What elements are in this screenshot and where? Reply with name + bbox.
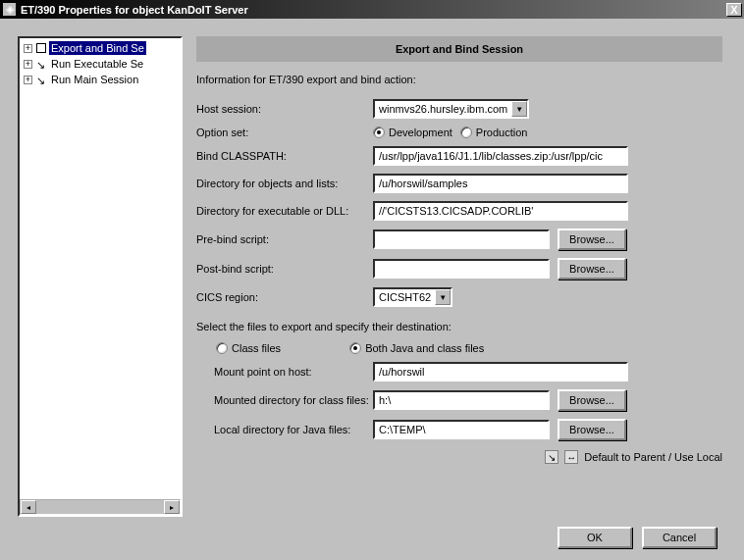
ok-button[interactable]: OK xyxy=(558,527,632,548)
mount-point-input[interactable]: /u/horswil xyxy=(373,362,628,382)
file-type-both[interactable]: Both Java and class files xyxy=(349,342,484,354)
file-type-class[interactable]: Class files xyxy=(216,342,281,354)
parent-icon: ↘ xyxy=(545,450,558,464)
dir-exec-input[interactable]: //'CICSTS13.CICSADP.CORLIB' xyxy=(373,201,628,221)
mounted-dir-label: Mounted directory for class files: xyxy=(196,394,373,406)
close-button[interactable]: X xyxy=(726,3,742,17)
chevron-down-icon[interactable]: ▼ xyxy=(435,289,451,305)
scroll-left-button[interactable]: ◂ xyxy=(21,500,36,514)
expand-icon[interactable]: + xyxy=(24,76,32,84)
cancel-button[interactable]: Cancel xyxy=(642,527,717,548)
radio-icon xyxy=(216,342,228,354)
post-bind-input[interactable] xyxy=(373,259,550,279)
post-bind-label: Post-bind script: xyxy=(196,263,373,275)
properties-pane: Export and Bind Session Information for … xyxy=(196,36,726,517)
post-bind-browse-button[interactable]: Browse... xyxy=(558,258,626,280)
app-icon: ◈ xyxy=(2,2,17,17)
tree-scrollbar: ◂ ▸ xyxy=(20,499,181,515)
host-session-label: Host session: xyxy=(196,103,373,115)
info-text: Information for ET/390 export and bind a… xyxy=(196,74,722,85)
expand-icon[interactable]: + xyxy=(24,60,32,69)
default-parent-label: Default to Parent / Use Local xyxy=(584,451,722,463)
mounted-dir-browse-button[interactable]: Browse... xyxy=(558,389,626,411)
scroll-right-button[interactable]: ▸ xyxy=(164,500,180,514)
default-parent-line: ↘ ↔ Default to Parent / Use Local xyxy=(196,450,722,464)
tree-item-export-bind[interactable]: + Export and Bind Se xyxy=(22,40,179,56)
local-dir-label: Local directory for Java files: xyxy=(196,424,373,435)
tree-panel: + Export and Bind Se + ↘ Run Executable … xyxy=(18,36,183,517)
mounted-dir-input[interactable]: h:\ xyxy=(373,390,550,410)
bind-classpath-input[interactable]: /usr/lpp/java116/J1.1/lib/classes.zip:/u… xyxy=(373,146,628,166)
dropdown-value: CICSHT62 xyxy=(375,291,435,303)
radio-icon xyxy=(373,127,385,138)
local-icon: ↔ xyxy=(564,450,578,464)
radio-label: Development xyxy=(389,127,452,138)
local-dir-browse-button[interactable]: Browse... xyxy=(558,419,626,440)
mount-point-label: Mount point on host: xyxy=(196,366,373,378)
tree-item-label: Run Executable Se xyxy=(49,57,145,71)
local-dir-input[interactable]: C:\TEMP\ xyxy=(373,420,550,439)
host-session-dropdown[interactable]: winmvs26.hursley.ibm.com ▼ xyxy=(373,99,529,119)
radio-icon xyxy=(460,127,472,138)
title-bar: ◈ ET/390 Properties for object KanDoIT S… xyxy=(0,0,744,19)
files-prompt: Select the files to export and specify t… xyxy=(196,321,722,332)
pre-bind-input[interactable] xyxy=(373,229,550,249)
option-set-production[interactable]: Production xyxy=(460,127,528,138)
cics-region-dropdown[interactable]: CICSHT62 ▼ xyxy=(373,287,452,307)
dir-exec-label: Directory for executable or DLL: xyxy=(196,205,373,217)
radio-label: Both Java and class files xyxy=(365,342,484,354)
bind-classpath-label: Bind CLASSPATH: xyxy=(196,150,373,162)
run-icon: ↘ xyxy=(36,75,46,84)
chevron-down-icon[interactable]: ▼ xyxy=(511,101,527,117)
pre-bind-label: Pre-bind script: xyxy=(196,233,373,245)
dialog-buttons: OK Cancel xyxy=(18,517,726,548)
radio-icon xyxy=(349,342,361,354)
cics-region-label: CICS region: xyxy=(196,291,373,303)
radio-label: Class files xyxy=(232,342,281,354)
run-icon: ↘ xyxy=(36,59,46,69)
tree-item-label: Export and Bind Se xyxy=(49,41,146,55)
dir-objects-input[interactable]: /u/horswil/samples xyxy=(373,174,628,193)
expand-icon[interactable]: + xyxy=(24,44,32,53)
tree-item-run-main[interactable]: + ↘ Run Main Session xyxy=(22,72,179,87)
session-icon xyxy=(36,43,46,53)
option-set-label: Option set: xyxy=(196,127,373,138)
radio-label: Production xyxy=(476,127,528,138)
dropdown-value: winmvs26.hursley.ibm.com xyxy=(375,103,511,115)
tree-item-label: Run Main Session xyxy=(49,73,140,86)
dir-objects-label: Directory for objects and lists: xyxy=(196,178,373,189)
tree-item-run-executable[interactable]: + ↘ Run Executable Se xyxy=(22,56,179,72)
window-title: ET/390 Properties for object KanDoIT Ser… xyxy=(21,4,726,16)
pre-bind-browse-button[interactable]: Browse... xyxy=(558,229,626,250)
option-set-development[interactable]: Development xyxy=(373,127,452,138)
session-header: Export and Bind Session xyxy=(196,36,722,62)
